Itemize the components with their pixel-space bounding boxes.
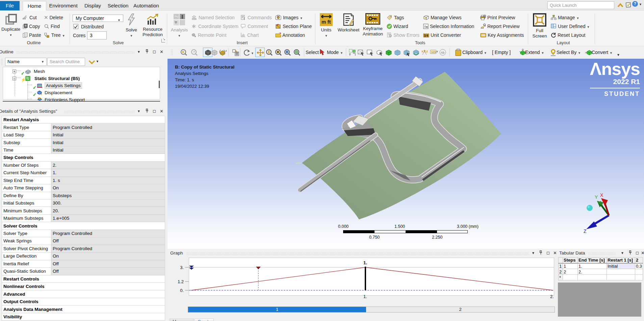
svg-text:X: X <box>600 192 603 198</box>
svg-text:m ft: m ft <box>321 19 331 25</box>
svg-text:Ab: Ab <box>441 51 444 54</box>
svg-text:3.: 3. <box>180 265 184 270</box>
svg-text:m ft: m ft <box>424 35 429 37</box>
svg-text:i: i <box>424 24 426 28</box>
svg-text:Z: Z <box>584 229 587 234</box>
svg-text:1.2: 1.2 <box>178 279 184 284</box>
svg-text:Y: Y <box>595 194 598 200</box>
svg-text:0.: 0. <box>180 288 184 293</box>
svg-text:123: 123 <box>431 51 436 54</box>
